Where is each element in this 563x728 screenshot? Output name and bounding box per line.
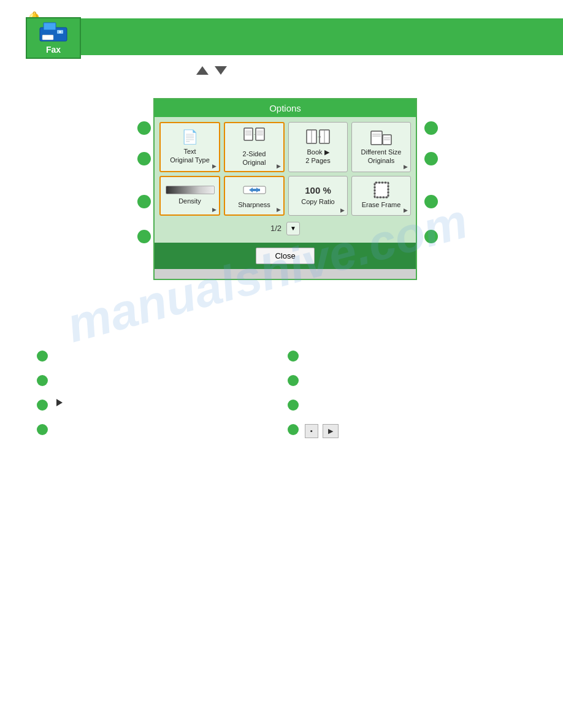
original-type-arrow: ▶ — [212, 163, 216, 169]
dialog-bottom-bar — [155, 269, 416, 279]
callout-2 — [137, 152, 151, 165]
close-btn-bar: Close — [155, 243, 416, 269]
bullet-col-1-2 — [288, 349, 526, 362]
copy-ratio-arrow: ▶ — [340, 207, 345, 213]
bullet-col-1-1 — [37, 349, 275, 362]
density-label: Density — [178, 197, 201, 205]
svg-rect-5 — [244, 128, 253, 140]
diff-size-btn[interactable]: Different SizeOriginals ▶ — [351, 122, 411, 172]
svg-rect-29 — [256, 189, 260, 191]
page-down-btn[interactable]: ▼ — [286, 222, 300, 235]
options-row-2: Density ▶ Sharpness ▶ — [159, 176, 411, 216]
diff-size-arrow: ▶ — [404, 164, 408, 170]
callout-7 — [424, 195, 438, 208]
fax-button[interactable]: Fax — [26, 17, 81, 59]
copy-ratio-label: Copy Ratio — [301, 197, 334, 206]
svg-point-4 — [59, 31, 61, 33]
two-sided-btn[interactable]: → 2-SidedOriginal ▶ — [224, 122, 285, 172]
small-btn-indicator: ▪ — [305, 424, 318, 438]
bullet-dot-6 — [288, 400, 299, 411]
diff-size-icon — [370, 129, 393, 148]
fax-icon — [39, 21, 68, 44]
bullet-text-3-1 — [54, 398, 63, 409]
bullet-dot-8 — [288, 424, 299, 435]
bullet-col-2-2 — [288, 374, 526, 386]
options-title: Options — [155, 99, 416, 117]
two-sided-arrow: ▶ — [277, 163, 281, 169]
bullet-row-3 — [37, 398, 526, 411]
density-btn[interactable]: Density ▶ — [159, 176, 220, 216]
scroll-up-arrow[interactable] — [196, 66, 209, 75]
erase-frame-label: Erase Frame — [362, 200, 401, 209]
copy-ratio-value: 100 % — [305, 185, 331, 195]
bullet-dot-5 — [37, 400, 48, 411]
header-bar — [80, 18, 563, 55]
density-arrow: ▶ — [212, 207, 216, 213]
sharpness-arrow: ▶ — [277, 207, 281, 213]
callout-1 — [137, 121, 151, 135]
page-indicator: 1/2 — [270, 224, 282, 233]
bullet-row-1 — [37, 349, 526, 362]
close-button[interactable]: Close — [256, 248, 314, 264]
book-pages-icon: → — [306, 129, 331, 148]
erase-frame-arrow: ▶ — [404, 207, 408, 213]
two-sided-label: 2-SidedOriginal — [243, 150, 266, 167]
small-btn-arrow-indicator: ▶ — [323, 424, 339, 438]
sharpness-btn[interactable]: Sharpness ▶ — [224, 176, 285, 216]
bullet-col-4-1 — [37, 423, 275, 438]
sharpness-icon — [243, 181, 266, 200]
bullet-row-2 — [37, 374, 526, 386]
copy-ratio-btn[interactable]: 100 % Copy Ratio ▶ — [288, 176, 348, 216]
options-row-1: 📄 TextOriginal Type ▶ → — [159, 122, 411, 172]
svg-rect-27 — [253, 189, 256, 191]
bullet-section: ▪ ▶ — [37, 349, 526, 450]
bullet-dot-7 — [37, 424, 48, 435]
callout-6 — [424, 152, 438, 165]
book-pages-btn[interactable]: → Book ▶2 Pages — [288, 122, 348, 172]
bullet-col-2-1 — [37, 374, 275, 386]
density-bar-visual — [166, 186, 215, 194]
bullet-row-4: ▪ ▶ — [37, 423, 526, 438]
callout-4 — [137, 230, 151, 243]
bullet-dot-2 — [288, 351, 299, 362]
bullet-dot-4 — [288, 375, 299, 386]
erase-frame-btn[interactable]: Erase Frame ▶ — [351, 176, 411, 216]
original-type-label: TextOriginal Type — [170, 147, 210, 165]
two-sided-icon: → — [243, 127, 266, 148]
svg-rect-30 — [375, 183, 388, 197]
bullet-col-4-2: ▪ ▶ — [288, 423, 526, 438]
callout-5 — [424, 121, 438, 135]
svg-text:→: → — [316, 134, 322, 140]
bullet-dot-3 — [37, 375, 48, 386]
erase-frame-icon — [372, 181, 391, 200]
bullet-col-3-2 — [288, 398, 526, 411]
scroll-down-arrow[interactable] — [215, 66, 227, 75]
nav-arrows-container — [196, 66, 227, 75]
svg-rect-19 — [371, 131, 382, 145]
options-dialog: Options 📄 TextOriginal Type ▶ → — [153, 98, 417, 280]
svg-rect-2 — [42, 35, 53, 40]
original-type-btn[interactable]: 📄 TextOriginal Type ▶ — [159, 122, 220, 172]
sharpness-label: Sharpness — [238, 200, 270, 209]
options-body: 📄 TextOriginal Type ▶ → — [155, 117, 416, 243]
svg-rect-10 — [256, 128, 264, 140]
fax-label: Fax — [46, 45, 61, 55]
book-pages-label: Book ▶2 Pages — [305, 148, 330, 165]
bullet-text-4-2: ▪ ▶ — [305, 423, 339, 438]
bullet-dot-1 — [37, 351, 48, 362]
svg-rect-1 — [44, 23, 56, 30]
page-counter-row: 1/2 ▼ — [159, 219, 411, 238]
bullet-col-3-1 — [37, 398, 275, 411]
diff-size-label: Different SizeOriginals — [361, 148, 402, 165]
original-type-icon: 📄 — [182, 129, 198, 145]
callout-8 — [424, 230, 438, 243]
callout-3 — [137, 195, 151, 208]
arrow-right-icon — [56, 399, 63, 406]
